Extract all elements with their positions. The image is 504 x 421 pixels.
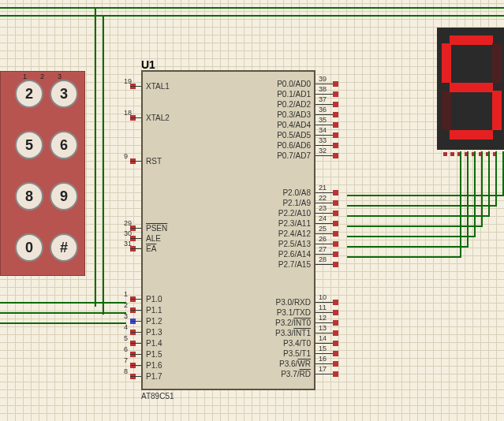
wire (474, 151, 476, 237)
pin-number: 35 (319, 116, 327, 124)
pin-number: 17 (319, 365, 327, 373)
key-5[interactable]: 5 (15, 131, 43, 159)
pin-label: P2.7/A15 (278, 260, 311, 269)
pin-number: 15 (319, 345, 327, 352)
schematic-canvas[interactable]: 1 2 3 2356890# U1 AT89C51 19XTAL118XTAL2… (0, 0, 504, 421)
pin-label: P0.6/AD6 (277, 141, 311, 150)
pin-number: 21 (319, 184, 327, 192)
pin-pad[interactable] (333, 91, 338, 97)
pin-pad[interactable] (333, 330, 338, 336)
wire (488, 151, 490, 217)
wire (460, 151, 461, 258)
pin-number: 24 (319, 214, 327, 222)
pin-pad[interactable] (333, 190, 338, 196)
pin-pad[interactable] (333, 112, 338, 117)
pin-pad[interactable] (333, 310, 338, 315)
pin-pad[interactable] (333, 251, 338, 257)
key-3[interactable]: 3 (50, 80, 78, 108)
pin-label: P2.0/A8 (282, 188, 311, 197)
pin-number: 8 (124, 367, 128, 375)
pin-pad[interactable] (333, 231, 338, 237)
pin-number: 28 (319, 255, 327, 263)
pin-label: P2.4/A12 (278, 229, 311, 238)
pin-label: P2.6/A14 (278, 250, 311, 259)
wire (0, 312, 126, 314)
pin-pad[interactable] (333, 361, 338, 367)
pin-number: 9 (124, 152, 128, 160)
pin-number: 16 (319, 355, 327, 363)
key-9[interactable]: 9 (50, 182, 78, 210)
chip-part-number: AT89C51 (141, 392, 174, 401)
pin-pad[interactable] (333, 143, 338, 148)
pin-pad[interactable] (333, 262, 338, 267)
key-#[interactable]: # (50, 233, 78, 262)
pin-pad[interactable] (333, 241, 338, 247)
pin-number: 4 (124, 323, 128, 331)
pin-number: 2 (124, 301, 128, 309)
pin-label: P1.7 (146, 372, 162, 381)
segment-f (442, 43, 451, 83)
pin-pad[interactable] (333, 320, 338, 326)
pin-label: P0.7/AD7 (277, 151, 311, 160)
segment-c (492, 91, 502, 130)
pin-number: 11 (319, 304, 327, 311)
pin-number: 12 (319, 314, 327, 322)
pin-pad[interactable] (333, 122, 338, 128)
pin-pad[interactable] (333, 210, 338, 216)
key-2[interactable]: 2 (15, 80, 43, 108)
pin-label: P3.1/TXD (277, 308, 311, 317)
display-pin[interactable] (443, 152, 447, 156)
pin-label: P2.3/A11 (278, 219, 311, 228)
pin-label: RST (146, 157, 162, 166)
pin-label: P1.5 (146, 350, 162, 359)
pin-label: P3.4/T0 (283, 339, 311, 348)
pin-number: 25 (319, 225, 327, 233)
pin-number: 26 (319, 235, 327, 243)
pin-pad[interactable] (333, 153, 338, 158)
pin-number: 1 (124, 290, 128, 298)
pin-number: 34 (319, 126, 327, 134)
pin-number: 38 (319, 85, 327, 93)
pin-pad[interactable] (333, 81, 338, 87)
pin-pad[interactable] (333, 200, 338, 206)
key-8[interactable]: 8 (15, 182, 43, 210)
pin-label: P3.2/INT0 (275, 319, 311, 327)
wire (0, 7, 504, 9)
pin-label: P0.5/AD5 (277, 131, 311, 140)
pin-pad[interactable] (333, 221, 338, 226)
pin-number: 33 (319, 136, 327, 144)
pin-pad[interactable] (333, 341, 338, 346)
chip-reference: U1 (141, 58, 155, 71)
key-0[interactable]: 0 (15, 233, 43, 262)
keypad: 1 2 3 2356890# (0, 71, 85, 276)
seven-segment-display (437, 28, 504, 150)
pin-number: 22 (319, 194, 327, 202)
segment-e (442, 91, 451, 130)
pin-number: 7 (124, 356, 128, 364)
pin-number: 23 (319, 204, 327, 212)
display-pin[interactable] (450, 152, 454, 156)
pin-pad[interactable] (333, 351, 338, 356)
wire (0, 15, 504, 17)
pin-label: P0.3/AD3 (277, 110, 311, 119)
wire (95, 7, 96, 307)
wire (347, 256, 461, 258)
pin-label: P1.2 (146, 317, 162, 326)
pin-pad[interactable] (333, 132, 338, 138)
pin-label: P1.0 (146, 295, 162, 304)
pin-label: P0.4/AD4 (277, 121, 311, 129)
key-6[interactable]: 6 (50, 131, 78, 159)
pin-label: ALE (146, 234, 161, 243)
pin-number: 13 (319, 324, 327, 332)
segment-b (492, 43, 502, 83)
pin-pad[interactable] (333, 300, 338, 305)
pin-pad[interactable] (333, 371, 338, 377)
pin-label: P3.0/RXD (276, 298, 311, 307)
pin-number: 10 (319, 293, 327, 301)
pin-label: P0.1/AD1 (277, 90, 311, 99)
pin-label: P0.0/AD0 (277, 80, 311, 88)
pin-label: XTAL1 (146, 82, 170, 91)
pin-number: 32 (319, 147, 327, 155)
wire (0, 302, 126, 304)
pin-pad[interactable] (333, 102, 338, 107)
